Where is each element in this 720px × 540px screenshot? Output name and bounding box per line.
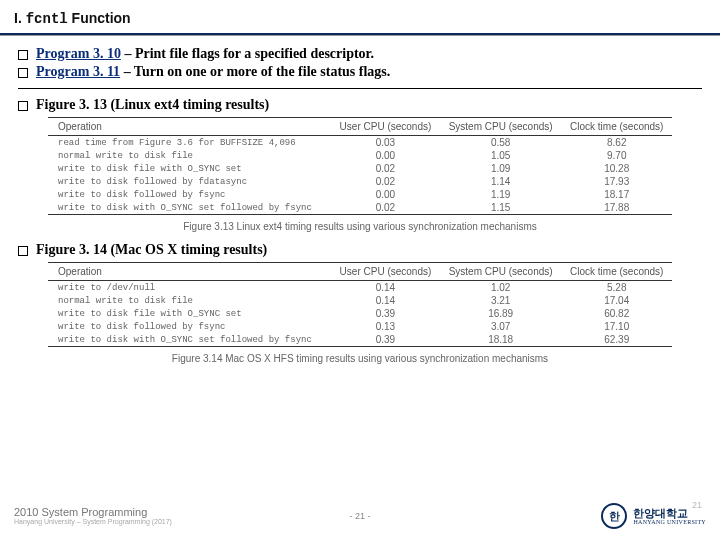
cell-clock-time: 17.04 (561, 294, 672, 307)
footer-left: 2010 System Programming Hanyang Universi… (14, 506, 172, 526)
bullet-item: Program 3. 10 – Print file flags for a s… (18, 46, 702, 62)
figure-caption: Figure 3.14 Mac OS X HFS timing results … (48, 353, 672, 364)
col-system-cpu: System CPU (seconds) (440, 263, 562, 281)
table-row: normal write to disk file0.143.2117.04 (48, 294, 672, 307)
footer-course: 2010 System Programming (14, 506, 172, 518)
table-header-row: Operation User CPU (seconds) System CPU … (48, 118, 672, 136)
cell-clock-time: 60.82 (561, 307, 672, 320)
table-row: write to disk followed by fsync0.001.191… (48, 188, 672, 201)
slide-title: I. fcntl Function (0, 0, 720, 35)
cell-user-cpu: 0.13 (331, 320, 440, 333)
figure-heading: Figure 3. 13 (Linux ext4 timing results) (36, 97, 269, 113)
cell-user-cpu: 0.14 (331, 281, 440, 295)
cell-system-cpu: 0.58 (440, 136, 562, 150)
cell-user-cpu: 0.00 (331, 149, 440, 162)
cell-system-cpu: 1.14 (440, 175, 562, 188)
table-header-row: Operation User CPU (seconds) System CPU … (48, 263, 672, 281)
cell-operation: write to disk with O_SYNC set followed b… (48, 333, 331, 347)
bullet-item: Figure 3. 14 (Mac OS X timing results) (18, 242, 702, 258)
title-underline (0, 35, 720, 36)
table-row: write to disk with O_SYNC set followed b… (48, 201, 672, 215)
col-system-cpu: System CPU (seconds) (440, 118, 562, 136)
cell-system-cpu: 1.19 (440, 188, 562, 201)
col-operation: Operation (48, 118, 331, 136)
content-area: Program 3. 10 – Print file flags for a s… (0, 46, 720, 364)
cell-user-cpu: 0.00 (331, 188, 440, 201)
cell-operation: write to disk file with O_SYNC set (48, 162, 331, 175)
cell-system-cpu: 1.05 (440, 149, 562, 162)
cell-clock-time: 8.62 (561, 136, 672, 150)
bullet-item: Program 3. 11 – Turn on one or more of t… (18, 64, 702, 80)
col-user-cpu: User CPU (seconds) (331, 263, 440, 281)
table-row: write to /dev/null0.141.025.28 (48, 281, 672, 295)
cell-operation: write to disk followed by fdatasync (48, 175, 331, 188)
cell-system-cpu: 3.07 (440, 320, 562, 333)
footer-logo: 한 한양대학교 HANYANG UNIVERSITY (601, 503, 706, 529)
cell-clock-time: 17.88 (561, 201, 672, 215)
footer-subtitle: Hanyang University – System Programming … (14, 518, 172, 526)
col-user-cpu: User CPU (seconds) (331, 118, 440, 136)
table-row: write to disk followed by fdatasync0.021… (48, 175, 672, 188)
cell-operation: write to disk with O_SYNC set followed b… (48, 201, 331, 215)
cell-clock-time: 10.28 (561, 162, 672, 175)
section-divider (18, 88, 702, 89)
square-bullet-icon (18, 101, 28, 111)
table-row: write to disk with O_SYNC set followed b… (48, 333, 672, 347)
table-figure-313: Operation User CPU (seconds) System CPU … (48, 117, 672, 232)
university-seal-icon: 한 (601, 503, 627, 529)
cell-clock-time: 5.28 (561, 281, 672, 295)
col-operation: Operation (48, 263, 331, 281)
cell-operation: normal write to disk file (48, 294, 331, 307)
footer-page-number: - 21 - (349, 511, 370, 521)
footer: 2010 System Programming Hanyang Universi… (0, 496, 720, 540)
cell-system-cpu: 1.09 (440, 162, 562, 175)
bullet-item: Figure 3. 13 (Linux ext4 timing results) (18, 97, 702, 113)
table-figure-314: Operation User CPU (seconds) System CPU … (48, 262, 672, 364)
cell-operation: write to disk followed by fsync (48, 188, 331, 201)
table-row: normal write to disk file0.001.059.70 (48, 149, 672, 162)
cell-system-cpu: 1.15 (440, 201, 562, 215)
cell-user-cpu: 0.39 (331, 333, 440, 347)
cell-clock-time: 9.70 (561, 149, 672, 162)
square-bullet-icon (18, 246, 28, 256)
square-bullet-icon (18, 68, 28, 78)
col-clock-time: Clock time (seconds) (561, 263, 672, 281)
title-code: fcntl (26, 11, 68, 27)
bullet-text: – Turn on one or more of the file status… (120, 64, 390, 79)
cell-clock-time: 17.93 (561, 175, 672, 188)
cell-system-cpu: 3.21 (440, 294, 562, 307)
figure-heading: Figure 3. 14 (Mac OS X timing results) (36, 242, 267, 258)
university-name-en: HANYANG UNIVERSITY (633, 519, 706, 525)
table-row: write to disk followed by fsync0.133.071… (48, 320, 672, 333)
cell-operation: read time from Figure 3.6 for BUFFSIZE 4… (48, 136, 331, 150)
table-row: read time from Figure 3.6 for BUFFSIZE 4… (48, 136, 672, 150)
cell-clock-time: 17.10 (561, 320, 672, 333)
cell-user-cpu: 0.39 (331, 307, 440, 320)
title-prefix: I. (14, 10, 22, 26)
title-suffix: Function (72, 10, 131, 26)
program-link[interactable]: Program 3. 11 (36, 64, 120, 79)
table-row: write to disk file with O_SYNC set0.021.… (48, 162, 672, 175)
cell-operation: write to disk file with O_SYNC set (48, 307, 331, 320)
square-bullet-icon (18, 50, 28, 60)
bullet-list-top: Program 3. 10 – Print file flags for a s… (18, 46, 702, 80)
cell-operation: normal write to disk file (48, 149, 331, 162)
cell-clock-time: 18.17 (561, 188, 672, 201)
cell-user-cpu: 0.02 (331, 162, 440, 175)
program-link[interactable]: Program 3. 10 (36, 46, 121, 61)
table-row: write to disk file with O_SYNC set0.3916… (48, 307, 672, 320)
cell-clock-time: 62.39 (561, 333, 672, 347)
cell-operation: write to disk followed by fsync (48, 320, 331, 333)
cell-operation: write to /dev/null (48, 281, 331, 295)
cell-user-cpu: 0.02 (331, 175, 440, 188)
figure-caption: Figure 3.13 Linux ext4 timing results us… (48, 221, 672, 232)
bullet-text: – Print file flags for a specified descr… (121, 46, 374, 61)
cell-system-cpu: 1.02 (440, 281, 562, 295)
university-name: 한양대학교 (633, 508, 706, 519)
cell-user-cpu: 0.02 (331, 201, 440, 215)
cell-user-cpu: 0.14 (331, 294, 440, 307)
cell-user-cpu: 0.03 (331, 136, 440, 150)
cell-system-cpu: 16.89 (440, 307, 562, 320)
col-clock-time: Clock time (seconds) (561, 118, 672, 136)
cell-system-cpu: 18.18 (440, 333, 562, 347)
